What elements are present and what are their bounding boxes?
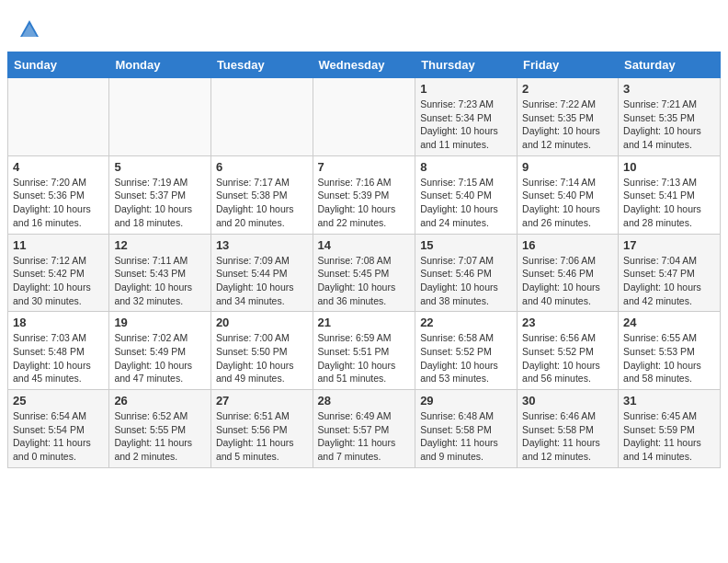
day-number: 20 [216,316,308,329]
day-number: 3 [623,82,715,96]
day-info: Sunrise: 7:22 AM Sunset: 5:35 PM Dayligh… [522,98,613,152]
day-number: 26 [114,394,206,408]
calendar-cell: 18Sunrise: 7:03 AM Sunset: 5:48 PM Dayli… [8,312,109,390]
week-row-2: 4Sunrise: 7:20 AM Sunset: 5:36 PM Daylig… [8,155,721,234]
day-info: Sunrise: 6:45 AM Sunset: 5:59 PM Dayligh… [623,409,715,464]
calendar-cell: 15Sunrise: 7:07 AM Sunset: 5:46 PM Dayli… [415,234,518,312]
calendar-cell: 12Sunrise: 7:11 AM Sunset: 5:43 PM Dayli… [109,234,211,312]
calendar-cell: 29Sunrise: 6:48 AM Sunset: 5:58 PM Dayli… [415,390,518,468]
day-number: 4 [13,160,104,174]
calendar-cell: 14Sunrise: 7:08 AM Sunset: 5:45 PM Dayli… [313,234,415,312]
calendar-cell: 11Sunrise: 7:12 AM Sunset: 5:42 PM Dayli… [8,234,109,312]
calendar-cell: 5Sunrise: 7:19 AM Sunset: 5:37 PM Daylig… [109,155,211,234]
day-info: Sunrise: 7:16 AM Sunset: 5:39 PM Dayligh… [318,176,411,230]
week-row-1: 1Sunrise: 7:23 AM Sunset: 5:34 PM Daylig… [8,78,721,156]
calendar-cell: 31Sunrise: 6:45 AM Sunset: 5:59 PM Dayli… [619,390,721,468]
day-info: Sunrise: 7:14 AM Sunset: 5:40 PM Dayligh… [522,176,613,230]
day-number: 10 [623,160,715,174]
calendar-cell: 3Sunrise: 7:21 AM Sunset: 5:35 PM Daylig… [619,78,721,156]
day-info: Sunrise: 7:20 AM Sunset: 5:36 PM Dayligh… [13,176,104,230]
day-info: Sunrise: 7:12 AM Sunset: 5:42 PM Dayligh… [13,254,104,308]
day-number: 14 [318,238,411,252]
day-number: 6 [216,160,308,174]
day-info: Sunrise: 7:06 AM Sunset: 5:46 PM Dayligh… [522,254,613,308]
week-row-5: 25Sunrise: 6:54 AM Sunset: 5:54 PM Dayli… [8,390,721,468]
day-number: 18 [13,316,104,329]
day-info: Sunrise: 6:59 AM Sunset: 5:51 PM Dayligh… [318,331,411,385]
calendar-cell: 30Sunrise: 6:46 AM Sunset: 5:58 PM Dayli… [518,390,619,468]
calendar-cell: 1Sunrise: 7:23 AM Sunset: 5:34 PM Daylig… [415,78,518,156]
page-header [0,0,728,52]
day-number: 17 [623,238,715,252]
day-header-thursday: Thursday [415,52,518,78]
day-info: Sunrise: 7:07 AM Sunset: 5:46 PM Dayligh… [420,254,512,308]
day-number: 15 [420,238,512,252]
calendar-cell: 19Sunrise: 7:02 AM Sunset: 5:49 PM Dayli… [109,312,211,390]
logo-icon [17,17,42,42]
calendar-cell: 2Sunrise: 7:22 AM Sunset: 5:35 PM Daylig… [518,78,619,156]
day-number: 25 [13,394,104,408]
calendar-cell [109,78,211,156]
day-header-tuesday: Tuesday [210,52,313,78]
day-number: 22 [420,316,512,329]
day-header-sunday: Sunday [8,52,109,78]
calendar-cell [313,78,415,156]
calendar-cell [210,78,313,156]
calendar-cell: 4Sunrise: 7:20 AM Sunset: 5:36 PM Daylig… [8,155,109,234]
calendar-wrapper: SundayMondayTuesdayWednesdayThursdayFrid… [0,52,728,476]
day-info: Sunrise: 7:09 AM Sunset: 5:44 PM Dayligh… [216,254,308,308]
day-number: 13 [216,238,308,252]
day-info: Sunrise: 6:48 AM Sunset: 5:58 PM Dayligh… [420,409,512,464]
calendar-cell: 23Sunrise: 6:56 AM Sunset: 5:52 PM Dayli… [518,312,619,390]
day-header-friday: Friday [518,52,619,78]
day-info: Sunrise: 6:56 AM Sunset: 5:52 PM Dayligh… [522,331,613,385]
day-number: 27 [216,394,308,408]
day-number: 24 [623,316,715,329]
day-header-saturday: Saturday [619,52,721,78]
day-info: Sunrise: 7:15 AM Sunset: 5:40 PM Dayligh… [420,176,512,230]
day-info: Sunrise: 7:17 AM Sunset: 5:38 PM Dayligh… [216,176,308,230]
day-info: Sunrise: 6:55 AM Sunset: 5:53 PM Dayligh… [623,331,715,385]
day-number: 5 [114,160,206,174]
day-number: 8 [420,160,512,174]
week-row-3: 11Sunrise: 7:12 AM Sunset: 5:42 PM Dayli… [8,234,721,312]
day-number: 12 [114,238,206,252]
day-info: Sunrise: 7:19 AM Sunset: 5:37 PM Dayligh… [114,176,206,230]
day-number: 30 [522,394,613,408]
week-row-4: 18Sunrise: 7:03 AM Sunset: 5:48 PM Dayli… [8,312,721,390]
day-number: 2 [522,82,613,96]
day-info: Sunrise: 6:58 AM Sunset: 5:52 PM Dayligh… [420,331,512,385]
calendar-cell: 21Sunrise: 6:59 AM Sunset: 5:51 PM Dayli… [313,312,415,390]
day-info: Sunrise: 6:51 AM Sunset: 5:56 PM Dayligh… [216,409,308,464]
day-info: Sunrise: 7:04 AM Sunset: 5:47 PM Dayligh… [623,254,715,308]
day-number: 9 [522,160,613,174]
calendar-cell: 26Sunrise: 6:52 AM Sunset: 5:55 PM Dayli… [109,390,211,468]
calendar-cell: 6Sunrise: 7:17 AM Sunset: 5:38 PM Daylig… [210,155,313,234]
day-number: 23 [522,316,613,329]
header-row: SundayMondayTuesdayWednesdayThursdayFrid… [8,52,721,78]
day-info: Sunrise: 7:03 AM Sunset: 5:48 PM Dayligh… [13,331,104,385]
day-number: 21 [318,316,411,329]
day-info: Sunrise: 7:08 AM Sunset: 5:45 PM Dayligh… [318,254,411,308]
day-info: Sunrise: 7:11 AM Sunset: 5:43 PM Dayligh… [114,254,206,308]
day-info: Sunrise: 6:52 AM Sunset: 5:55 PM Dayligh… [114,409,206,464]
calendar-cell: 17Sunrise: 7:04 AM Sunset: 5:47 PM Dayli… [619,234,721,312]
calendar-cell: 9Sunrise: 7:14 AM Sunset: 5:40 PM Daylig… [518,155,619,234]
calendar-cell: 28Sunrise: 6:49 AM Sunset: 5:57 PM Dayli… [313,390,415,468]
day-number: 31 [623,394,715,408]
day-number: 7 [318,160,411,174]
day-info: Sunrise: 7:13 AM Sunset: 5:41 PM Dayligh… [623,176,715,230]
day-number: 28 [318,394,411,408]
day-number: 29 [420,394,512,408]
calendar-cell: 8Sunrise: 7:15 AM Sunset: 5:40 PM Daylig… [415,155,518,234]
calendar-cell: 7Sunrise: 7:16 AM Sunset: 5:39 PM Daylig… [313,155,415,234]
day-number: 19 [114,316,206,329]
day-info: Sunrise: 7:02 AM Sunset: 5:49 PM Dayligh… [114,331,206,385]
calendar-cell: 13Sunrise: 7:09 AM Sunset: 5:44 PM Dayli… [210,234,313,312]
calendar: SundayMondayTuesdayWednesdayThursdayFrid… [7,52,721,468]
day-number: 11 [13,238,104,252]
calendar-cell: 16Sunrise: 7:06 AM Sunset: 5:46 PM Dayli… [518,234,619,312]
day-header-monday: Monday [109,52,211,78]
day-header-wednesday: Wednesday [313,52,415,78]
calendar-cell: 24Sunrise: 6:55 AM Sunset: 5:53 PM Dayli… [619,312,721,390]
